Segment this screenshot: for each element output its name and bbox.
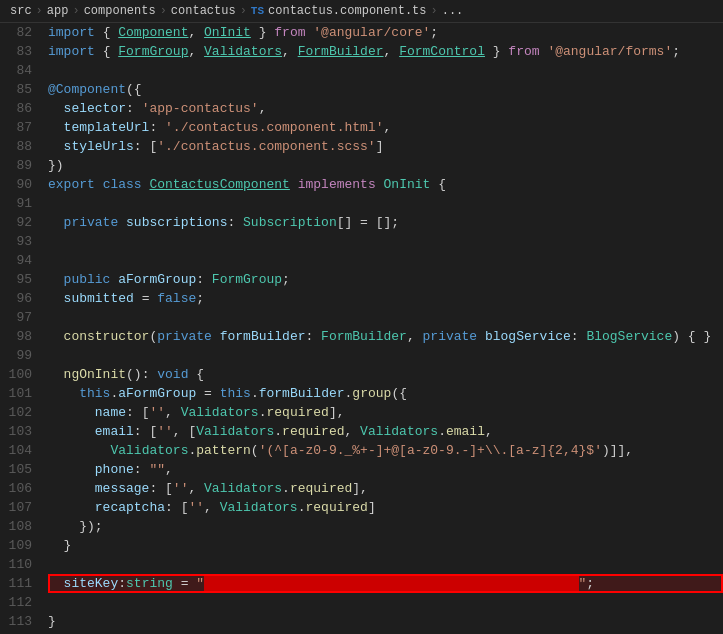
breadcrumb-sep1: › [36, 4, 43, 18]
code-line-99 [48, 346, 723, 365]
breadcrumb-sep4: › [240, 4, 247, 18]
code-line-91 [48, 194, 723, 213]
code-line-83: import { FormGroup, Validators, FormBuil… [48, 42, 723, 61]
code-line-108: }); [48, 517, 723, 536]
code-line-85: @Component({ [48, 80, 723, 99]
breadcrumb-bar: src › app › components › contactus › TS … [0, 0, 723, 23]
code-line-82: import { Component, OnInit } from '@angu… [48, 23, 723, 42]
code-editor: 82 83 84 85 86 87 88 89 90 91 92 93 94 9… [0, 23, 723, 629]
code-line-84 [48, 61, 723, 80]
code-line-95: public aFormGroup: FormGroup; [48, 270, 723, 289]
code-line-97 [48, 308, 723, 327]
code-line-90: export class ContactusComponent implemen… [48, 175, 723, 194]
code-line-103: email: ['', [Validators.required, Valida… [48, 422, 723, 441]
code-line-87: templateUrl: './contactus.component.html… [48, 118, 723, 137]
code-line-107: recaptcha: ['', Validators.required] [48, 498, 723, 517]
line-numbers: 82 83 84 85 86 87 88 89 90 91 92 93 94 9… [0, 23, 44, 629]
code-line-112 [48, 593, 723, 612]
code-line-105: phone: "", [48, 460, 723, 479]
code-line-106: message: ['', Validators.required], [48, 479, 723, 498]
breadcrumb-sep2: › [72, 4, 79, 18]
code-line-100: ngOnInit(): void { [48, 365, 723, 384]
breadcrumb-src: src [10, 4, 32, 18]
code-line-113: } [48, 612, 723, 629]
code-line-89: }) [48, 156, 723, 175]
code-line-111: siteKey:string = "██████████████████████… [48, 574, 723, 593]
code-line-86: selector: 'app-contactus', [48, 99, 723, 118]
breadcrumb-components: components [84, 4, 156, 18]
code-line-92: private subscriptions: Subscription[] = … [48, 213, 723, 232]
breadcrumb-ellipsis: ... [442, 4, 464, 18]
code-line-109: } [48, 536, 723, 555]
ts-file-icon: TS [251, 5, 264, 17]
code-line-104: Validators.pattern('(^[a-z0-9._%+-]+@[a-… [48, 441, 723, 460]
code-line-110 [48, 555, 723, 574]
code-line-93 [48, 232, 723, 251]
breadcrumb-app: app [47, 4, 69, 18]
code-content[interactable]: import { Component, OnInit } from '@angu… [44, 23, 723, 629]
code-line-101: this.aFormGroup = this.formBuilder.group… [48, 384, 723, 403]
breadcrumb-contactus: contactus [171, 4, 236, 18]
code-line-94 [48, 251, 723, 270]
code-line-88: styleUrls: ['./contactus.component.scss'… [48, 137, 723, 156]
code-line-98: constructor(private formBuilder: FormBui… [48, 327, 723, 346]
breadcrumb-sep5: › [431, 4, 438, 18]
code-line-102: name: ['', Validators.required], [48, 403, 723, 422]
breadcrumb-sep3: › [160, 4, 167, 18]
code-line-96: submitted = false; [48, 289, 723, 308]
breadcrumb-filename: contactus.component.ts [268, 4, 426, 18]
